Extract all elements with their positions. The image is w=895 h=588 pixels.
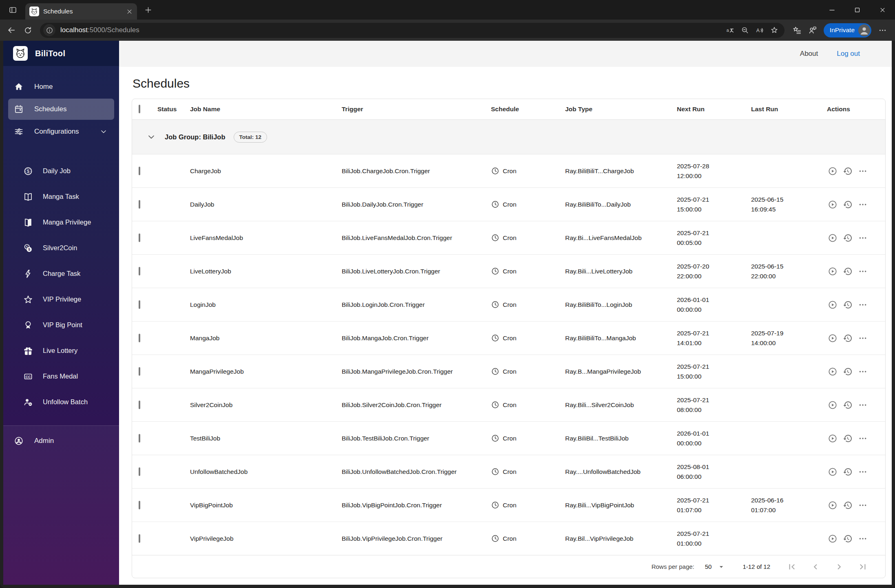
run-job-button[interactable] — [827, 266, 838, 277]
last-run-time: 16:09:45 — [751, 205, 827, 214]
more-actions-button[interactable] — [857, 199, 868, 210]
content: Schedules StatusJob NameTriggerScheduleJ… — [119, 67, 892, 578]
run-job-button[interactable] — [827, 165, 838, 176]
inprivate-badge[interactable]: InPrivate — [824, 23, 871, 37]
run-job-button[interactable] — [827, 366, 838, 377]
group-collapse-chevron-icon[interactable] — [146, 132, 157, 142]
run-job-button[interactable] — [827, 399, 838, 410]
row-select-checkbox[interactable] — [139, 300, 140, 309]
sidebar-item-vip-privilege[interactable]: VIP Privilege — [8, 286, 114, 312]
row-select-checkbox[interactable] — [139, 501, 140, 509]
refresh-button[interactable] — [20, 23, 35, 37]
more-actions-button[interactable] — [857, 466, 868, 477]
more-actions-button[interactable] — [857, 232, 868, 243]
row-select-checkbox[interactable] — [139, 467, 140, 476]
group-label: Job Group: BiliJob — [165, 133, 225, 141]
row-select-checkbox[interactable] — [139, 233, 140, 242]
more-actions-button[interactable] — [857, 433, 868, 444]
logout-link[interactable]: Log out — [837, 50, 860, 58]
job-history-button[interactable] — [842, 533, 853, 544]
run-job-button[interactable] — [827, 433, 838, 444]
tab-actions-menu-icon[interactable] — [7, 4, 19, 16]
row-select-checkbox[interactable] — [139, 334, 140, 342]
url-text[interactable]: localhost:5000/Schedules — [60, 26, 722, 34]
more-actions-button[interactable] — [857, 165, 868, 176]
job-history-button[interactable] — [842, 199, 853, 210]
select-all-checkbox[interactable] — [139, 105, 140, 113]
sidebar-item-manga-privilege[interactable]: Manga Privilege — [8, 209, 114, 235]
browser-tab[interactable]: Schedules — [25, 3, 137, 20]
more-actions-button[interactable] — [857, 299, 868, 310]
run-job-button[interactable] — [827, 466, 838, 477]
more-actions-button[interactable] — [857, 533, 868, 544]
row-select-checkbox[interactable] — [139, 367, 140, 376]
run-job-button[interactable] — [827, 199, 838, 210]
row-select-checkbox[interactable] — [139, 200, 140, 209]
job-group-row[interactable]: Job Group: BiliJob Total: 12 — [132, 119, 885, 154]
sidebar-item-admin[interactable]: Admin — [8, 430, 114, 451]
sidebar-item-silver2coin[interactable]: €$Silver2Coin — [8, 235, 114, 261]
sidebar-item-charge-task[interactable]: Charge Task — [8, 261, 114, 286]
row-select-checkbox[interactable] — [139, 401, 140, 409]
job-history-button[interactable] — [842, 266, 853, 277]
run-job-button[interactable] — [827, 533, 838, 544]
job-history-button[interactable] — [842, 165, 853, 176]
sidebar-item-vip-big-point[interactable]: VIP Big Point — [8, 312, 114, 338]
row-select-checkbox[interactable] — [139, 167, 140, 175]
translate-icon[interactable]: a — [724, 24, 736, 36]
job-history-button[interactable] — [842, 232, 853, 243]
more-actions-button[interactable] — [857, 500, 868, 511]
back-button[interactable] — [4, 23, 19, 37]
favorites-list-icon[interactable] — [790, 23, 804, 37]
more-actions-button[interactable] — [857, 266, 868, 277]
browser-essentials-icon[interactable] — [806, 23, 820, 37]
run-job-button[interactable] — [827, 232, 838, 243]
sidebar-item-configurations[interactable]: Configurations — [8, 121, 114, 142]
row-select-checkbox[interactable] — [139, 267, 140, 275]
more-actions-button[interactable] — [857, 366, 868, 377]
more-actions-button[interactable] — [857, 333, 868, 344]
run-job-button[interactable] — [827, 333, 838, 344]
job-history-button[interactable] — [842, 333, 853, 344]
browser-menu-icon[interactable] — [875, 23, 889, 37]
svg-text:$: $ — [27, 169, 30, 174]
last-page-button[interactable] — [857, 562, 868, 572]
first-page-button[interactable] — [787, 562, 797, 572]
job-history-button[interactable] — [842, 299, 853, 310]
run-job-button[interactable] — [827, 299, 838, 310]
job-history-button[interactable] — [842, 399, 853, 410]
window-minimize-button[interactable] — [819, 0, 844, 20]
rows-per-page-select[interactable]: 50 — [705, 563, 726, 571]
window-maximize-button[interactable] — [844, 0, 870, 20]
site-info-icon[interactable] — [43, 24, 55, 36]
job-history-button[interactable] — [842, 466, 853, 477]
previous-page-button[interactable] — [810, 562, 821, 572]
sidebar-item-manga-task[interactable]: Manga Task — [8, 184, 114, 209]
next-page-button[interactable] — [834, 562, 844, 572]
job-history-button[interactable] — [842, 433, 853, 444]
profile-avatar-icon[interactable] — [858, 24, 870, 36]
job-history-button[interactable] — [842, 366, 853, 377]
sidebar-item-unfollow-batch[interactable]: Unfollow Batch — [8, 389, 114, 415]
zoom-out-icon[interactable] — [739, 24, 751, 36]
sidebar-item-schedules[interactable]: Schedules — [8, 99, 114, 120]
more-actions-button[interactable] — [857, 399, 868, 410]
sidebar-item-daily-job[interactable]: $Daily Job — [8, 158, 114, 184]
address-bar[interactable]: localhost:5000/Schedules a A — [40, 23, 785, 38]
favorite-star-icon[interactable] — [768, 24, 780, 36]
row-select-checkbox[interactable] — [139, 534, 140, 543]
trigger-cell: BiliJob.LiveLotteryJob.Cron.Trigger — [342, 268, 491, 275]
tab-close-icon[interactable] — [125, 7, 134, 16]
app-viewport: BiliTool HomeSchedulesConfigurations $Da… — [3, 41, 892, 585]
new-tab-button[interactable] — [142, 4, 154, 16]
sidebar-item-fans-medal[interactable]: CCFans Medal — [8, 363, 114, 389]
run-job-button[interactable] — [827, 500, 838, 511]
row-select-checkbox[interactable] — [139, 434, 140, 443]
sidebar-item-home[interactable]: Home — [8, 76, 114, 97]
sidebar-item-live-lottery[interactable]: Live Lottery — [8, 338, 114, 363]
job-history-button[interactable] — [842, 500, 853, 511]
window-close-button[interactable] — [870, 0, 895, 20]
chevron-down-icon[interactable] — [99, 127, 108, 136]
about-link[interactable]: About — [800, 50, 818, 58]
read-aloud-icon[interactable]: A — [754, 24, 766, 36]
